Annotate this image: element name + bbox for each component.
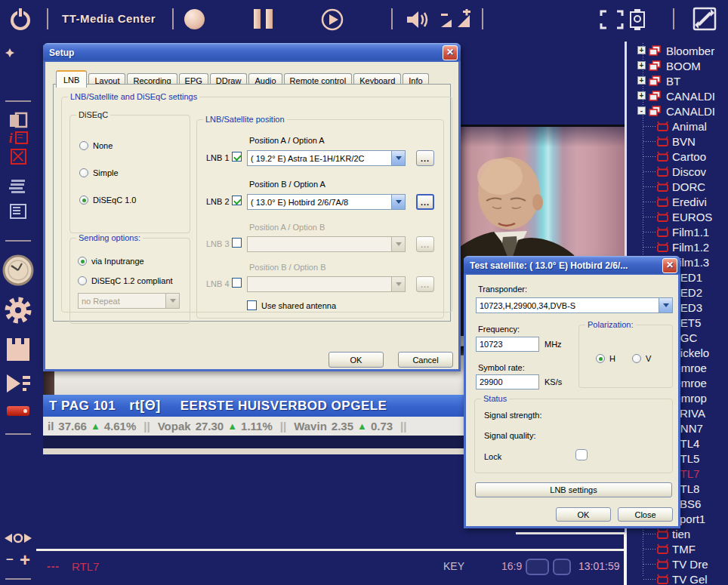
fullscreen-button[interactable] [600, 9, 624, 33]
tree-expander[interactable]: - [637, 106, 646, 115]
record-button[interactable] [184, 9, 205, 29]
zoom-in-button[interactable]: + [20, 553, 30, 567]
lnb2-enable-checkbox[interactable] [232, 196, 242, 205]
tree-expander[interactable]: + [637, 61, 646, 69]
tree-item[interactable]: + CANALDI [627, 88, 728, 103]
tree-item[interactable]: TV Dre [627, 556, 728, 571]
tree-item[interactable]: + BOOM [627, 58, 728, 73]
close-icon[interactable]: ✕ [443, 45, 458, 60]
lnb3-enable-checkbox[interactable] [232, 238, 242, 248]
diseqc-none-option[interactable]: None [79, 141, 113, 150]
radio-icon[interactable] [78, 257, 87, 266]
lnb4-enable-checkbox[interactable] [232, 278, 242, 288]
tree-item[interactable]: Animal [627, 119, 728, 134]
radio-icon[interactable] [596, 354, 605, 363]
close-icon[interactable]: ✕ [662, 258, 677, 273]
frequency-field[interactable] [476, 337, 539, 352]
setup-cancel-button[interactable]: Cancel [398, 352, 453, 368]
pause-button[interactable] [254, 9, 278, 32]
tree-item[interactable]: BVN [627, 134, 728, 149]
tree-item[interactable]: - CANALDI [627, 103, 728, 119]
folder-icon [649, 91, 661, 101]
lnb1-more-button[interactable]: ... [416, 150, 434, 166]
tree-item[interactable]: + BT [627, 73, 728, 88]
diseqc-simple-option[interactable]: Simple [79, 168, 119, 177]
lnb1-satellite-select[interactable]: ( 19.2° E) Astra 1E-1H/1KR/2C [247, 150, 406, 166]
lnb2-more-button[interactable]: ... [416, 194, 434, 210]
lock-label: Lock [484, 452, 501, 461]
radio-icon[interactable] [79, 168, 88, 177]
tree-item[interactable]: DORC [627, 179, 728, 194]
tree-item[interactable]: Film1.1 [627, 224, 728, 239]
shared-antenna-checkbox[interactable] [247, 300, 257, 310]
windows-button[interactable] [0, 112, 36, 130]
lnb-settings-button[interactable]: LNB settings [475, 482, 672, 497]
polarization-v-option[interactable]: V [632, 354, 651, 363]
record-indicator-button[interactable] [0, 406, 36, 416]
teletext-info-button[interactable]: i [0, 131, 36, 144]
tree-item[interactable]: tien [627, 526, 728, 541]
zoom-out-button[interactable]: − [6, 553, 14, 568]
power-button[interactable] [8, 6, 33, 35]
diseqc-10-option[interactable]: DiSEqC 1.0 [79, 196, 136, 205]
test-ok-button[interactable]: OK [556, 507, 611, 522]
test-titlebar[interactable]: Test satellite: ( 13.0° E) Hotbird 2/6/.… [464, 256, 680, 275]
setup-ok-button[interactable]: OK [329, 352, 384, 368]
epg-button[interactable] [0, 204, 36, 219]
setup-titlebar[interactable]: Setup ✕ [43, 43, 461, 62]
app-title: TT-Media Center [62, 12, 156, 25]
symbol-rate-field[interactable] [476, 374, 539, 389]
diseqc-12-compliant-option[interactable]: DiSEqC 1.2 compliant [78, 276, 173, 285]
shared-antenna-option[interactable]: Use shared antenna [247, 300, 336, 310]
mute-button[interactable] [405, 9, 432, 33]
polarization-h-option[interactable]: H [596, 354, 615, 363]
chevron-down-icon[interactable] [659, 298, 672, 313]
channel-list-button[interactable] [0, 180, 36, 195]
tree-item[interactable]: TV Gel [627, 571, 728, 585]
tree-item[interactable]: + Bloomber [627, 43, 728, 58]
lnb1-enable-checkbox[interactable] [232, 152, 242, 162]
radio-icon[interactable] [79, 196, 88, 205]
combo-value: no Repeat [79, 297, 165, 306]
tree-item[interactable]: Eredivi [627, 194, 728, 209]
sleep-button[interactable] [0, 44, 36, 77]
option-label: via Inputrange [91, 257, 144, 266]
chevron-down-icon[interactable] [391, 195, 405, 209]
folder-icon [649, 106, 661, 116]
lnb2-satellite-select[interactable]: ( 13.0° E) Hotbird 2/6/7A/8 [247, 194, 406, 210]
tree-expander[interactable]: + [637, 91, 646, 100]
repeat-select: no Repeat [78, 293, 180, 309]
transponder-select[interactable]: 10723,H,29900,34,DVB-S [476, 297, 673, 313]
tree-item[interactable]: Discov [627, 164, 728, 179]
pan-button[interactable] [0, 530, 36, 547]
tree-item[interactable]: Film1.2 [627, 239, 728, 254]
chevron-down-icon[interactable] [391, 151, 405, 165]
channel-label: CANALDI [666, 90, 715, 103]
via-inputrange-option[interactable]: via Inputrange [78, 257, 144, 266]
tree-item[interactable]: EUROS [627, 209, 728, 224]
timer-button[interactable] [0, 254, 36, 287]
close-video-button[interactable] [0, 149, 36, 165]
tree-item[interactable]: TMF [627, 541, 728, 556]
radio-icon[interactable] [632, 354, 641, 363]
epg-icon [10, 204, 26, 219]
volume-button[interactable] [440, 9, 474, 33]
playlist-button[interactable] [0, 370, 36, 399]
castle-button[interactable] [0, 332, 36, 362]
polarization-group: Polarization: H V [578, 325, 673, 388]
radio-icon[interactable] [79, 141, 88, 150]
tree-expander[interactable]: + [637, 76, 646, 85]
volume-minus-plus-icon [440, 9, 474, 30]
test-close-button[interactable]: Close [618, 507, 673, 522]
settings-button[interactable] [0, 294, 36, 326]
tree-item[interactable]: Cartoo [627, 149, 728, 164]
option-label: V [646, 354, 651, 363]
play-button[interactable] [320, 8, 344, 35]
edit-button[interactable] [692, 6, 717, 35]
current-channel: RTL7 [72, 560, 99, 573]
radio-icon[interactable] [78, 276, 87, 285]
tree-expander[interactable]: + [637, 46, 646, 54]
resize-video-button[interactable] [628, 8, 646, 35]
setup-tab[interactable]: LNB [56, 70, 87, 88]
stock-quote: il 37.66 ▲ 4.61% || [48, 420, 153, 433]
